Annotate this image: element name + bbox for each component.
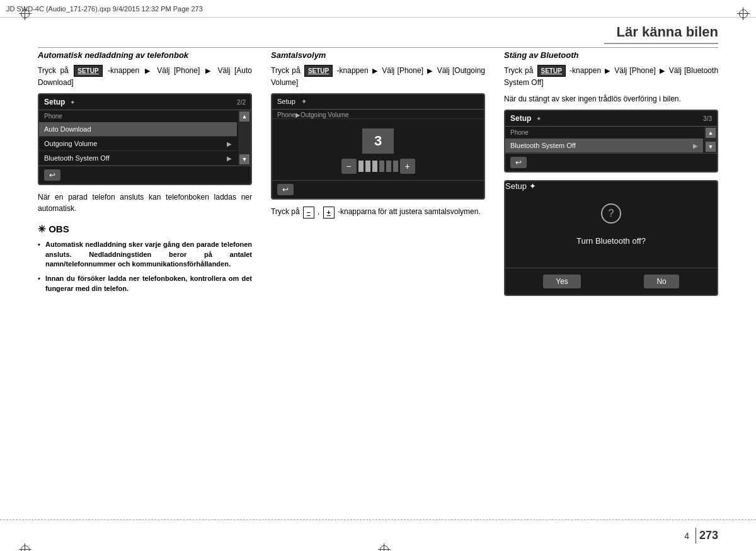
bt-system-off-arrow-icon: ▶ bbox=[693, 142, 698, 149]
obs-item-1: Automatisk nedladdning sker varje gång d… bbox=[38, 240, 252, 269]
footer-separator bbox=[696, 528, 696, 543]
screen1-back-btn[interactable]: ↩ bbox=[44, 169, 60, 181]
vol-seg-2 bbox=[365, 161, 370, 172]
screen3-footer: ↩ bbox=[505, 153, 717, 171]
screen3-bt-icon: ✦ bbox=[536, 115, 541, 122]
scroll-down-btn[interactable]: ▼ bbox=[239, 154, 249, 164]
columns: Automatisk nedladdning av telefonbok Try… bbox=[38, 50, 718, 298]
screen3-scroll-up[interactable]: ▲ bbox=[706, 128, 716, 138]
col-auto-download: Automatisk nedladdning av telefonbok Try… bbox=[38, 50, 252, 298]
col3-setup-btn[interactable]: SETUP bbox=[537, 65, 566, 77]
vol-seg-4 bbox=[379, 161, 384, 172]
confirm-message: Turn Bluetooth off? bbox=[512, 236, 711, 246]
vol-screen-title: Setup bbox=[277, 98, 295, 105]
col2-after-screen: Tryck på − , + -knapparna för att juster… bbox=[271, 206, 485, 218]
col1-after-screen: När en parad telefon ansluts kan telefon… bbox=[38, 191, 252, 214]
screen1-body: Phone Auto Download Outgoing Volume ▶ Bl… bbox=[39, 110, 251, 166]
vol-seg-1 bbox=[358, 161, 364, 172]
vol-seg-6 bbox=[393, 161, 398, 172]
volume-minus-btn[interactable]: − bbox=[341, 159, 357, 174]
header-text: JD SWD-4C (Audio_171-276).qxp 9/4/2015 1… bbox=[6, 5, 203, 13]
col2-section-title: Samtalsvolym bbox=[271, 50, 485, 61]
col3-arrow1: ▶ bbox=[605, 67, 610, 74]
screen1-item-bt-off[interactable]: Bluetooth System Off ▶ bbox=[39, 151, 237, 166]
screen1-menu-label: Phone bbox=[39, 110, 237, 122]
obs-item-2: Innan du försöker ladda ner telefonboken… bbox=[38, 274, 252, 293]
confirm-buttons: Yes No bbox=[505, 268, 717, 295]
vol-bt-icon: ✦ bbox=[301, 98, 307, 105]
screen3-item-bt-off[interactable]: Bluetooth System Off ▶ bbox=[505, 139, 703, 153]
outgoing-arrow-icon: ▶ bbox=[227, 140, 232, 147]
volume-bar: − + bbox=[278, 159, 478, 174]
col2-instruction: Tryck på SETUP -knappen ▶ Välj [Phone] ▶… bbox=[271, 65, 485, 88]
col1-setup-btn[interactable]: SETUP bbox=[74, 65, 102, 77]
confirm-header: Setup ✦ bbox=[505, 181, 717, 191]
col2-arrow1: ▶ bbox=[372, 67, 378, 74]
col2-volume-screen: Setup ✦ Phone▶Outgoing Volume 3 − + bbox=[271, 93, 485, 200]
vol-back-btn[interactable]: ↩ bbox=[277, 184, 294, 195]
col-stang-bluetooth: Stäng av Bluetooth Tryck på SETUP -knapp… bbox=[504, 50, 718, 298]
volume-value: 3 bbox=[362, 128, 394, 154]
col1-arrow2: ▶ bbox=[205, 67, 212, 74]
screen3-title: Setup bbox=[510, 114, 531, 123]
vol-screen-footer: ↩ bbox=[272, 180, 484, 198]
yes-button[interactable]: Yes bbox=[543, 275, 581, 288]
col1-section-title: Automatisk nedladdning av telefonbok bbox=[38, 50, 252, 61]
screen3-back-btn[interactable]: ↩ bbox=[510, 157, 527, 168]
col1-arrow1: ▶ bbox=[145, 67, 152, 74]
question-circle-icon: ? bbox=[601, 203, 621, 224]
col3-setup-screen: Setup ✦ 3/3 Phone Bluetooth System Off ▶… bbox=[504, 110, 718, 173]
screen3-scrollbar: ▲ ▼ bbox=[704, 127, 717, 153]
col3-arrow2: ▶ bbox=[660, 67, 665, 74]
screen3-body: Phone Bluetooth System Off ▶ ▲ ▼ bbox=[505, 127, 717, 153]
col1-setup-screen: Setup ✦ 2/2 Phone Auto Download Outgoing… bbox=[38, 93, 252, 185]
screen1-header: Setup ✦ 2/2 bbox=[39, 94, 251, 110]
col3-section-title: Stäng av Bluetooth bbox=[504, 50, 718, 61]
confirm-title: Setup bbox=[505, 181, 527, 191]
vol-seg-5 bbox=[386, 161, 391, 172]
page-number: 273 bbox=[699, 529, 718, 542]
screen3-page: 3/3 bbox=[703, 115, 712, 122]
question-icon: ? bbox=[512, 203, 711, 224]
page-title: Lär känna bilen bbox=[604, 24, 718, 44]
screen3-scroll-down[interactable]: ▼ bbox=[706, 142, 716, 152]
col1-instruction: Tryck på SETUP -knappen ▶ Välj [Phone] ▶… bbox=[38, 65, 252, 88]
volume-plus-btn[interactable]: + bbox=[400, 159, 415, 174]
vol-breadcrumb: Phone▶Outgoing Volume bbox=[272, 110, 484, 119]
no-button[interactable]: No bbox=[644, 275, 679, 288]
title-rule bbox=[38, 47, 718, 48]
bt-off-arrow-icon: ▶ bbox=[227, 155, 232, 162]
vol-screen-header: Setup ✦ bbox=[272, 94, 484, 110]
confirm-bt-icon: ✦ bbox=[529, 181, 536, 191]
col3-after-instruction: När du stängt av sker ingen trådlös över… bbox=[504, 93, 718, 105]
screen1-item-outgoing-volume[interactable]: Outgoing Volume ▶ bbox=[39, 137, 237, 151]
vol-seg-3 bbox=[372, 161, 377, 172]
obs-title: ✳ OBS bbox=[38, 224, 252, 235]
footer: 4 273 bbox=[0, 520, 756, 551]
chapter-number: 4 bbox=[684, 531, 689, 541]
screen1-title: Setup bbox=[44, 98, 65, 106]
screen1-item-auto-download[interactable]: Auto Download bbox=[39, 122, 237, 137]
header-bar: JD SWD-4C (Audio_171-276).qxp 9/4/2015 1… bbox=[0, 0, 756, 18]
col3-instruction: Tryck på SETUP -knappen ▶ Välj [Phone] ▶… bbox=[504, 65, 718, 88]
screen1-scrollbar: ▲ ▼ bbox=[238, 110, 251, 166]
main-content: Automatisk nedladdning av telefonbok Try… bbox=[38, 50, 718, 513]
volume-display: 3 − + bbox=[272, 119, 484, 180]
confirm-body: ? Turn Bluetooth off? bbox=[505, 191, 717, 268]
col3-confirm-screen: Setup ✦ ? Turn Bluetooth off? Yes No bbox=[504, 180, 718, 296]
col2-setup-btn[interactable]: SETUP bbox=[304, 65, 333, 77]
screen1-footer: ↩ bbox=[39, 166, 251, 184]
screen3-header: Setup ✦ 3/3 bbox=[505, 111, 717, 127]
scroll-up-btn[interactable]: ▲ bbox=[239, 111, 249, 122]
screen1-page: 2/2 bbox=[237, 99, 246, 106]
screen1-bt-icon: ✦ bbox=[70, 99, 75, 106]
obs-section: ✳ OBS Automatisk nedladdning sker varje … bbox=[38, 224, 252, 293]
screen3-menu-label: Phone bbox=[505, 127, 703, 139]
col-samtalsvolym: Samtalsvolym Tryck på SETUP -knappen ▶ V… bbox=[271, 50, 485, 298]
col2-plus-inline: + bbox=[323, 207, 335, 219]
col2-minus-inline: − bbox=[303, 207, 314, 219]
col2-arrow2: ▶ bbox=[427, 67, 433, 74]
